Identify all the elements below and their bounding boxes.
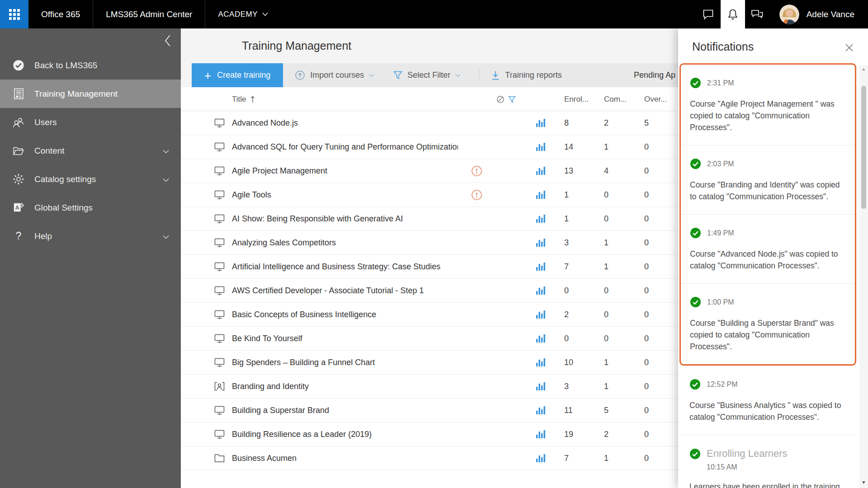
success-check-icon: [689, 379, 701, 390]
sidebar-item-back-to-lms365[interactable]: Back to LMS365: [0, 51, 181, 80]
chart-icon[interactable]: [536, 357, 547, 367]
overdue-count: 0: [644, 351, 649, 375]
notifications-title: Notifications: [692, 40, 754, 53]
notification-item[interactable]: 12:52 PM Course "Business Analytics " wa…: [680, 366, 855, 435]
column-header-title[interactable]: Title: [232, 87, 255, 111]
panel-scrollbar[interactable]: ▲ ▼: [859, 66, 868, 488]
scroll-down-arrow[interactable]: ▼: [859, 480, 868, 487]
office-365-link[interactable]: Office 365: [28, 9, 93, 19]
chevron-down-icon: [369, 74, 374, 77]
column-header-status-icons[interactable]: [496, 87, 516, 111]
tenant-selector[interactable]: ACADEMY: [205, 10, 274, 19]
course-title-link[interactable]: Advanced SQL for Query Tuning and Perfor…: [232, 135, 458, 159]
import-courses-button[interactable]: Import courses: [295, 70, 374, 80]
scroll-up-arrow[interactable]: ▲: [859, 66, 868, 74]
chart-icon[interactable]: [536, 142, 547, 152]
course-title-link[interactable]: Be Kind To Yourself: [232, 327, 302, 351]
suite-top-bar: Office 365 LMS365 Admin Center ACADEMY: [0, 0, 868, 28]
course-title-link[interactable]: AI Show: Being Responsible with Generati…: [232, 207, 403, 231]
column-header-completed[interactable]: Com...: [604, 87, 627, 111]
chart-icon[interactable]: [536, 333, 547, 343]
overdue-count: 0: [644, 207, 649, 231]
warning-icon[interactable]: [471, 189, 483, 201]
column-header-enrolled[interactable]: Enrol...: [564, 87, 589, 111]
chart-icon[interactable]: [536, 118, 547, 128]
notification-text: Course "Building a Superstar Brand" was …: [690, 317, 845, 352]
feedback-button[interactable]: [745, 0, 769, 28]
notification-item[interactable]: 1:00 PM Course "Building a Superstar Bra…: [681, 283, 855, 364]
sidebar-item-training-management[interactable]: Training Management: [0, 80, 181, 108]
course-monitor-icon: [214, 429, 225, 440]
training-document-icon: [13, 88, 24, 100]
notification-item[interactable]: 2:03 PM Course "Branding and Identity" w…: [681, 145, 855, 214]
overdue-count: 0: [644, 327, 649, 351]
notifications-button[interactable]: [721, 0, 745, 28]
column-header-overdue[interactable]: Over...: [644, 87, 667, 111]
chart-icon[interactable]: [536, 286, 547, 296]
completed-count: 1: [604, 231, 609, 255]
enrolled-count: 19: [564, 422, 573, 446]
create-training-button[interactable]: + Create training: [192, 63, 283, 87]
pending-approvals-button[interactable]: Pending Ap: [634, 63, 675, 87]
course-title-link[interactable]: Building Resilience as a Leader (2019): [232, 422, 372, 446]
person-badge-icon: [214, 381, 225, 392]
course-title-link[interactable]: Agile Project Management: [232, 159, 327, 183]
training-reports-button[interactable]: Training reports: [491, 70, 561, 80]
sidebar-collapse-button[interactable]: [160, 33, 175, 48]
chart-icon[interactable]: [536, 214, 547, 224]
chart-icon[interactable]: [536, 453, 547, 463]
chart-icon[interactable]: [536, 429, 547, 439]
completed-count: 0: [604, 279, 609, 303]
chart-icon[interactable]: [536, 405, 547, 415]
course-title-link[interactable]: Branding and Identity: [232, 375, 309, 399]
chat-button[interactable]: [696, 0, 721, 28]
course-title-link[interactable]: Basic Concepts of Business Intelligence: [232, 303, 376, 327]
success-check-icon: [690, 77, 701, 89]
enrolled-count: 10: [564, 351, 573, 375]
success-check-icon: [689, 448, 701, 460]
warning-icon[interactable]: [471, 165, 483, 177]
course-title-link[interactable]: Agile Tools: [232, 183, 271, 207]
chart-icon[interactable]: [536, 310, 547, 319]
filter-funnel-icon: [393, 71, 402, 80]
enrolled-count: 14: [564, 135, 573, 159]
lms365-admin-center-link[interactable]: LMS365 Admin Center: [93, 9, 205, 19]
course-title-link[interactable]: Building a Superstar Brand: [232, 399, 329, 422]
course-title-link[interactable]: Advanced Node.js: [232, 111, 298, 135]
course-monitor-icon: [214, 285, 225, 296]
success-check-icon: [690, 296, 701, 308]
notification-item[interactable]: 2:31 PM Course "Agile Project Management…: [681, 65, 855, 145]
sidebar: Back to LMS365 Training Management: [0, 28, 181, 488]
sidebar-item-label: Global Settings: [34, 203, 93, 213]
course-title-link[interactable]: Artificial Intelligence and Business Str…: [232, 255, 440, 279]
sidebar-item-content[interactable]: Content: [0, 136, 181, 165]
chart-icon[interactable]: [536, 238, 547, 248]
sidebar-item-users[interactable]: Users: [0, 108, 181, 136]
visibility-column-icon: [496, 95, 505, 103]
course-monitor-icon: [214, 333, 225, 344]
training-type-icon: [214, 261, 226, 273]
course-title-link[interactable]: Big Spenders – Building a Funnel Chart: [232, 351, 375, 375]
enrolled-count: 1: [564, 207, 569, 231]
user-menu[interactable]: Adele Vance: [769, 5, 868, 24]
course-title-link[interactable]: AWS Certified Developer - Associate Tuto…: [232, 279, 424, 303]
sidebar-item-help[interactable]: ? Help: [0, 222, 181, 250]
course-title-link[interactable]: Business Acumen: [232, 446, 297, 470]
chart-icon[interactable]: [536, 381, 547, 391]
chart-icon[interactable]: [536, 262, 547, 272]
select-filter-button[interactable]: Select Filter: [393, 70, 461, 80]
notification-item[interactable]: Enrolling Learners 10:15 AM Learners hav…: [680, 435, 855, 488]
sidebar-item-catalog-settings[interactable]: Catalog settings: [0, 165, 181, 193]
close-icon[interactable]: [844, 42, 854, 53]
notification-heading: Enrolling Learners: [707, 448, 788, 460]
chart-icon[interactable]: [536, 166, 547, 176]
enrolled-count: 11: [564, 399, 573, 422]
app-launcher-icon[interactable]: [0, 0, 28, 28]
completed-count: 1: [604, 446, 609, 470]
notification-item[interactable]: 1:49 PM Course "Advanced Node.js" was co…: [681, 214, 855, 283]
sidebar-item-global-settings[interactable]: A Global Settings: [0, 193, 181, 222]
course-title-link[interactable]: Analyzing Sales Competitors: [232, 231, 336, 255]
chart-icon[interactable]: [536, 190, 547, 200]
scrollbar-thumb[interactable]: [861, 86, 866, 209]
completed-count: 1: [604, 255, 609, 279]
